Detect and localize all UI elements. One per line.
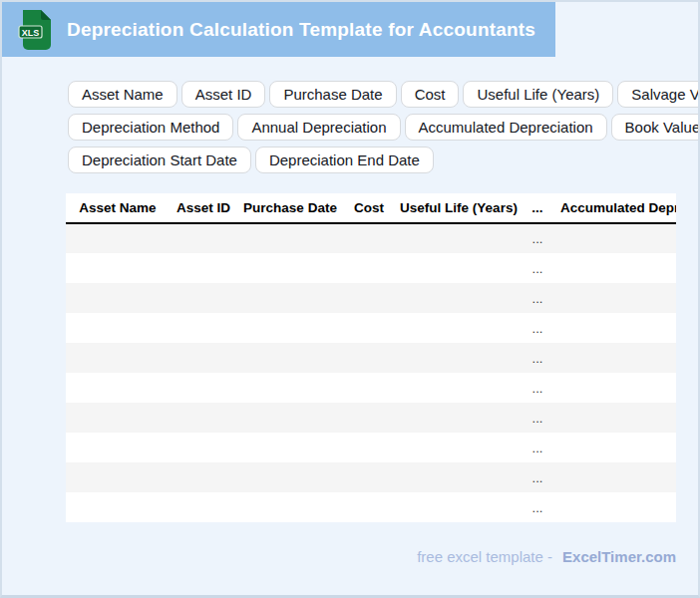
table-cell bbox=[395, 462, 523, 492]
table-cell bbox=[170, 313, 237, 343]
column-header-accumulated-depreciation: Accumulated Depreciation bbox=[552, 193, 676, 223]
chip-accumulated-depreciation[interactable]: Accumulated Depreciation bbox=[405, 114, 607, 141]
table-cell bbox=[395, 283, 523, 313]
table-cell bbox=[552, 253, 676, 283]
table-cell bbox=[170, 433, 237, 462]
table-cell bbox=[552, 283, 676, 313]
table-cell bbox=[237, 313, 343, 343]
chip-depreciation-start-date[interactable]: Depreciation Start Date bbox=[68, 147, 251, 173]
table-cell bbox=[395, 343, 523, 373]
table-row: ... bbox=[66, 403, 676, 433]
table-cell bbox=[66, 313, 170, 343]
table-cell bbox=[395, 403, 523, 433]
table-cell bbox=[343, 492, 395, 522]
column-header-purchase-date: Purchase Date bbox=[237, 193, 343, 223]
chip-depreciation-method[interactable]: Depreciation Method bbox=[68, 114, 233, 141]
table-cell bbox=[66, 283, 170, 313]
table-row: ... bbox=[66, 433, 676, 462]
table-row: ... bbox=[66, 223, 676, 253]
table-cell bbox=[170, 223, 237, 253]
table-cell bbox=[343, 433, 395, 462]
table-cell bbox=[552, 492, 676, 522]
template-preview-table: Asset Name Asset ID Purchase Date Cost U… bbox=[66, 193, 676, 522]
page-title: Depreciation Calculation Template for Ac… bbox=[67, 19, 535, 41]
xls-file-icon: XLS bbox=[18, 9, 54, 51]
table-cell bbox=[552, 403, 676, 433]
table-cell bbox=[343, 223, 395, 253]
table-cell bbox=[237, 492, 343, 522]
table-cell bbox=[395, 373, 523, 403]
chip-row: Depreciation Start Date Depreciation End… bbox=[68, 147, 698, 173]
table-cell bbox=[66, 253, 170, 283]
chip-row: Asset Name Asset ID Purchase Date Cost U… bbox=[68, 81, 698, 108]
table-cell bbox=[552, 462, 676, 492]
table-cell bbox=[66, 223, 170, 253]
table-row: ... bbox=[66, 373, 676, 403]
table-cell bbox=[343, 253, 395, 283]
table-cell bbox=[552, 343, 676, 373]
footer-brand-link[interactable]: ExcelTimer.com bbox=[562, 548, 676, 565]
xls-icon-label: XLS bbox=[22, 27, 40, 37]
table-cell bbox=[66, 492, 170, 522]
table-cell-ellipsis: ... bbox=[523, 403, 552, 433]
column-header-asset-id: Asset ID bbox=[170, 193, 237, 223]
table-cell bbox=[343, 283, 395, 313]
table-cell bbox=[552, 223, 676, 253]
chip-asset-name[interactable]: Asset Name bbox=[68, 81, 177, 108]
chip-book-value[interactable]: Book Value bbox=[611, 114, 700, 141]
chip-purchase-date[interactable]: Purchase Date bbox=[269, 81, 396, 108]
chip-salvage-value[interactable]: Salvage Value bbox=[617, 81, 700, 108]
table-cell-ellipsis: ... bbox=[523, 283, 552, 313]
table-cell bbox=[237, 462, 343, 492]
table-cell bbox=[237, 253, 343, 283]
chip-depreciation-end-date[interactable]: Depreciation End Date bbox=[255, 147, 434, 173]
table-cell bbox=[170, 373, 237, 403]
table-cell bbox=[237, 283, 343, 313]
chip-useful-life[interactable]: Useful Life (Years) bbox=[463, 81, 613, 108]
table-cell bbox=[395, 433, 523, 462]
field-chip-list: Asset Name Asset ID Purchase Date Cost U… bbox=[68, 81, 698, 173]
table-cell bbox=[170, 253, 237, 283]
table-row: ... bbox=[66, 492, 676, 522]
table-cell bbox=[343, 313, 395, 343]
table-cell-ellipsis: ... bbox=[523, 343, 552, 373]
table-cell bbox=[66, 433, 170, 462]
table-cell bbox=[552, 433, 676, 462]
table-cell-ellipsis: ... bbox=[523, 253, 552, 283]
table-cell bbox=[343, 373, 395, 403]
column-header-ellipsis: ... bbox=[523, 193, 552, 223]
chip-asset-id[interactable]: Asset ID bbox=[181, 81, 266, 108]
table-cell bbox=[170, 462, 237, 492]
table-cell bbox=[170, 492, 237, 522]
table-cell bbox=[66, 462, 170, 492]
table-cell bbox=[395, 492, 523, 522]
table-row: ... bbox=[66, 283, 676, 313]
table-row: ... bbox=[66, 313, 676, 343]
table-cell bbox=[395, 223, 523, 253]
table-cell bbox=[552, 373, 676, 403]
table-row: ... bbox=[66, 343, 676, 373]
table-cell bbox=[552, 313, 676, 343]
table-cell-ellipsis: ... bbox=[523, 492, 552, 522]
table-cell bbox=[343, 462, 395, 492]
table-cell bbox=[237, 343, 343, 373]
table-cell bbox=[395, 253, 523, 283]
table-cell bbox=[66, 343, 170, 373]
table-cell bbox=[237, 403, 343, 433]
table-cell bbox=[237, 373, 343, 403]
table-cell bbox=[237, 223, 343, 253]
table-cell bbox=[170, 283, 237, 313]
table-cell-ellipsis: ... bbox=[523, 313, 552, 343]
footer: free excel template -ExcelTimer.com bbox=[66, 548, 676, 565]
table-cell-ellipsis: ... bbox=[523, 373, 552, 403]
footer-text: free excel template - bbox=[417, 548, 552, 565]
table-row: ... bbox=[66, 462, 676, 492]
chip-cost[interactable]: Cost bbox=[401, 81, 460, 108]
table-row: ... bbox=[66, 253, 676, 283]
header-band: XLS Depreciation Calculation Template fo… bbox=[2, 2, 555, 57]
table-cell bbox=[395, 313, 523, 343]
chip-annual-depreciation[interactable]: Annual Depreciation bbox=[237, 114, 400, 141]
table-cell-ellipsis: ... bbox=[523, 462, 552, 492]
table-cell bbox=[66, 373, 170, 403]
table-cell bbox=[343, 343, 395, 373]
